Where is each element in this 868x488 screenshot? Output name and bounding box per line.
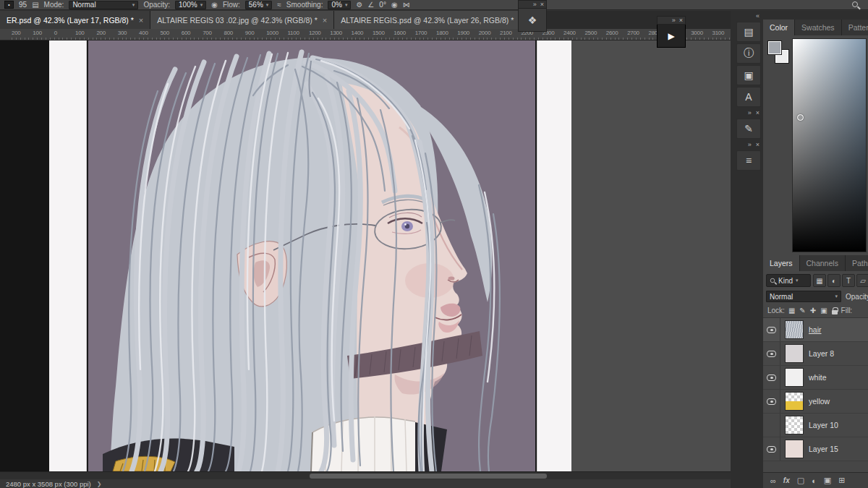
tab-layers[interactable]: Layers [763,255,800,271]
horizontal-scrollbar[interactable] [0,471,731,479]
tab-color[interactable]: Color [763,20,795,35]
brush-panel-toggle-icon[interactable]: ▤ [32,1,38,9]
layers-panel-tabs: Layers Channels Paths [763,255,868,271]
foreground-background-swatches[interactable] [767,40,791,66]
character-icon[interactable]: A [736,87,761,107]
close-icon[interactable]: × [756,141,760,148]
search-icon[interactable] [852,1,858,7]
layer-thumbnail[interactable] [785,344,804,363]
lock-all-icon[interactable] [832,310,838,314]
panel-collapse-icon[interactable]: » [533,1,537,8]
filter-shape-icon[interactable]: ▱ [856,274,868,287]
filter-kind-select[interactable]: Kind ▾ [766,274,811,287]
panel-collapse-icon[interactable]: » [672,17,676,24]
tool-presets-icon[interactable]: ≡ [736,150,761,171]
symmetry-icon[interactable]: ⋈ [403,1,410,9]
smoothing-gear-icon[interactable]: ⚙ [356,1,362,9]
opacity-select[interactable]: 100%▾ [175,1,206,9]
artboard[interactable] [87,40,537,471]
ruler-label: 3100 [712,30,725,36]
brush-angle-value[interactable]: 0° [379,1,386,9]
chevron-down-icon: ▾ [266,2,269,8]
foreground-color-swatch[interactable] [767,40,782,55]
blend-mode-select[interactable]: Normal ▾ [766,291,841,302]
lock-transparency-icon[interactable]: ▦ [788,307,795,314]
adjustment-layer-icon[interactable]: ◐ [812,476,817,485]
layer-thumbnail[interactable] [785,320,804,339]
adjustments-icon[interactable]: ▤ [736,22,761,42]
layer-row[interactable]: Layer 10 [763,414,868,437]
filter-pixel-icon[interactable]: ▦ [813,274,826,287]
layer-thumbnail[interactable] [785,392,804,411]
tab-patterns[interactable]: Patterns [842,20,868,35]
layer-list: hairLayer 8whiteyellowLayer 10Layer 15 [763,317,868,472]
floating-panel-button[interactable]: ❖ [518,9,547,32]
lock-move-icon[interactable]: ✚ [810,307,816,314]
artwork-portrait[interactable] [88,40,535,471]
link-layers-icon[interactable]: ∞ [770,476,776,485]
new-layer-icon[interactable]: ⊞ [838,476,845,485]
brush-size-value[interactable]: 95 [19,1,27,9]
layer-style-icon[interactable]: fx [783,476,790,484]
canvas-blank-left[interactable] [49,40,87,471]
ruler-label: 100 [33,30,41,36]
pressure-size-icon[interactable]: ◉ [391,1,398,9]
brush-settings-icon[interactable]: ✎ [736,119,761,139]
layer-row[interactable]: hair [763,318,868,342]
panel-collapse-icon[interactable]: « [756,12,760,20]
tab-channels[interactable]: Channels [800,255,846,271]
document-tab[interactable]: ER.psd @ 42.3% (Layer 17, RGB/8) * × [0,11,150,29]
layer-visibility-toggle[interactable] [763,318,780,341]
panel-collapse-icon[interactable]: » [748,141,752,148]
layer-visibility-toggle[interactable] [763,390,780,413]
airbrush-icon[interactable]: ≈ [277,1,281,9]
close-icon[interactable]: × [540,1,544,8]
document-tab-bar: ER.psd @ 42.3% (Layer 17, RGB/8) * × ALT… [0,11,731,29]
play-button[interactable]: ▶ [657,25,686,48]
mode-select[interactable]: Normal▾ [69,1,138,9]
layer-thumbnail[interactable] [785,368,804,387]
layer-visibility-toggle[interactable] [763,366,780,389]
ruler-label: 0 [54,30,57,36]
close-icon[interactable]: × [139,16,143,25]
layer-visibility-toggle[interactable] [763,342,780,365]
clone-source-icon[interactable]: ▣ [736,65,761,85]
ruler[interactable]: 2001000100200300400500600700800900100011… [0,29,731,40]
layer-thumbnail[interactable] [785,416,804,435]
tab-paths[interactable]: Paths [846,255,868,271]
close-icon[interactable]: × [323,16,327,25]
layer-group-icon[interactable]: ▣ [824,476,831,485]
brush-angle-icon[interactable]: ∠ [367,1,374,9]
scrollbar-thumb[interactable] [310,474,547,479]
lock-paint-icon[interactable]: ✎ [799,307,805,314]
ruler-label: 3000 [691,30,703,36]
filter-adjustment-icon[interactable]: ◐ [827,274,841,287]
smoothing-select[interactable]: 0%▾ [328,1,351,9]
layer-thumbnail[interactable] [785,440,804,458]
info-icon[interactable]: ⓘ [736,43,761,64]
close-icon[interactable]: × [679,17,683,24]
layer-mask-icon[interactable]: ▢ [797,476,804,485]
pressure-opacity-icon[interactable]: ◉ [211,1,218,9]
layer-visibility-toggle[interactable] [763,414,780,437]
panel-collapse-icon[interactable]: » [748,109,752,116]
canvas-blank-right[interactable] [537,40,571,471]
brush-preset-icon[interactable]: • [4,1,14,9]
flow-select[interactable]: 56%▾ [245,1,273,9]
status-popup-arrow-icon[interactable]: ❯ [97,481,102,487]
layer-row[interactable]: Layer 15 [763,437,868,461]
layer-row[interactable]: yellow [763,390,868,414]
ruler-label: 1500 [373,30,385,36]
tab-swatches[interactable]: Swatches [795,20,842,35]
document-tab[interactable]: ALTAIRE REGIS 03 .02.jpg @ 42.3% (RGB/8)… [150,11,334,29]
layer-visibility-toggle[interactable] [763,437,780,461]
document-tab[interactable]: ALTAIRE REGIS.psd @ 42.3% (Layer 26, RGB… [334,11,530,29]
ruler-label: 2600 [606,30,618,36]
saturation-brightness-field[interactable] [792,38,867,252]
filter-type-icon[interactable]: T [842,274,855,287]
layer-row[interactable]: white [763,366,868,390]
color-picker-cursor[interactable] [797,114,804,121]
layer-row[interactable]: Layer 8 [763,342,868,366]
lock-artboard-icon[interactable]: ▣ [820,307,827,314]
close-icon[interactable]: × [756,109,760,116]
